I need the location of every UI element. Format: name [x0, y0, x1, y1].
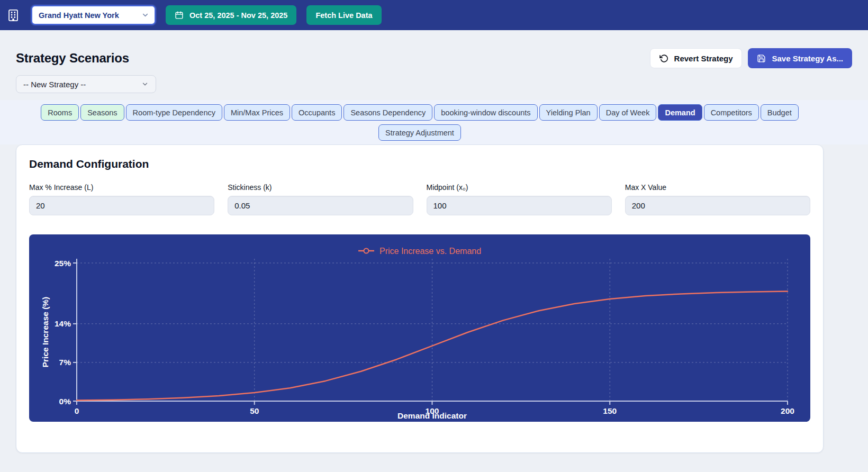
x-tick-label: 0	[75, 406, 79, 415]
fetch-live-data-button[interactable]: Fetch Live Data	[306, 5, 381, 25]
legend-marker-point	[364, 249, 369, 253]
y-tick-label: 14%	[55, 319, 71, 328]
y-tick-label: 0%	[59, 397, 71, 406]
y-tick-label: 7%	[59, 358, 71, 367]
tab-strategy-adjustment[interactable]: Strategy Adjustment	[378, 124, 461, 141]
tab-yielding-plan[interactable]: Yielding Plan	[539, 104, 598, 121]
revert-strategy-label: Revert Strategy	[674, 54, 733, 63]
x-axis-title: Demand Indicator	[397, 411, 467, 420]
field-max-x-value: Max X Value	[625, 183, 810, 215]
tab-demand[interactable]: Demand	[658, 104, 702, 121]
field-input-midpoint-x[interactable]	[427, 196, 612, 215]
field-label: Max X Value	[625, 183, 810, 192]
tab-seasons[interactable]: Seasons	[80, 104, 124, 121]
building-icon	[6, 8, 20, 22]
save-strategy-button[interactable]: Save Strategy As...	[748, 48, 852, 68]
revert-strategy-button[interactable]: Revert Strategy	[650, 48, 743, 68]
x-tick-label: 50	[250, 406, 259, 415]
demand-fields-grid: Max % Increase (L)Stickiness (k)Midpoint…	[29, 183, 810, 215]
tab-rooms[interactable]: Rooms	[41, 104, 79, 121]
field-stickiness-k: Stickiness (k)	[228, 183, 413, 215]
field-label: Stickiness (k)	[228, 183, 413, 192]
tab-seasons-dependency[interactable]: Seasons Dependency	[343, 104, 432, 121]
tabs-row-1: RoomsSeasonsRoom-type DependencyMin/Max …	[16, 104, 824, 121]
x-tick-label: 150	[603, 406, 617, 415]
field-input-max-x-value[interactable]	[625, 196, 810, 215]
field-input-max-%-increase-l[interactable]	[29, 196, 214, 215]
tab-room-type-dependency[interactable]: Room-type Dependency	[126, 104, 222, 121]
chart-legend-label[interactable]: Price Increase vs. Demand	[379, 247, 481, 256]
tab-budget[interactable]: Budget	[761, 104, 799, 121]
y-axis-title: Price Increase (%)	[41, 297, 50, 368]
page-title: Strategy Scenarios	[16, 51, 129, 66]
demand-configuration-card: Demand Configuration Max % Increase (L)S…	[16, 144, 824, 453]
field-label: Max % Increase (L)	[29, 183, 214, 192]
chevron-down-icon	[141, 80, 149, 88]
tab-day-of-week[interactable]: Day of Week	[599, 104, 657, 121]
demand-chart-svg: 0%7%14%25%050100150200Price Increase (%)…	[29, 234, 810, 422]
chevron-down-icon	[141, 11, 149, 19]
tab-occupants[interactable]: Occupants	[292, 104, 342, 121]
strategy-select[interactable]: -- New Strategy --	[16, 75, 156, 93]
tab-competitors[interactable]: Competitors	[704, 104, 759, 121]
tab-booking-window-discounts[interactable]: booking-window discounts	[434, 104, 537, 121]
hotel-select[interactable]: Grand Hyatt New York	[31, 5, 156, 25]
tabs-strip: RoomsSeasonsRoom-type DependencyMin/Max …	[0, 100, 868, 144]
field-input-stickiness-k[interactable]	[228, 196, 413, 215]
y-tick-label: 25%	[55, 259, 71, 268]
tabs-row-2: Strategy Adjustment	[16, 124, 824, 141]
x-tick-label: 200	[781, 406, 794, 415]
hotel-select-value: Grand Hyatt New York	[39, 11, 119, 20]
demand-chart-panel: 0%7%14%25%050100150200Price Increase (%)…	[29, 234, 810, 422]
save-strategy-label: Save Strategy As...	[772, 54, 843, 63]
save-icon	[757, 54, 766, 63]
top-navbar: Grand Hyatt New York Oct 25, 2025 - Nov …	[0, 0, 868, 30]
field-max-%-increase-l: Max % Increase (L)	[29, 183, 214, 215]
date-range-label: Oct 25, 2025 - Nov 25, 2025	[189, 11, 287, 20]
page-header: Strategy Scenarios Revert Strategy Save …	[16, 48, 852, 68]
calendar-icon	[175, 11, 184, 20]
card-title: Demand Configuration	[29, 158, 810, 170]
field-label: Midpoint (x₀)	[427, 183, 612, 192]
field-midpoint-x: Midpoint (x₀)	[427, 183, 612, 215]
tab-min-max-prices[interactable]: Min/Max Prices	[224, 104, 290, 121]
strategy-select-value: -- New Strategy --	[23, 80, 86, 89]
date-range-button[interactable]: Oct 25, 2025 - Nov 25, 2025	[166, 5, 296, 25]
rotate-ccw-icon	[659, 54, 668, 63]
